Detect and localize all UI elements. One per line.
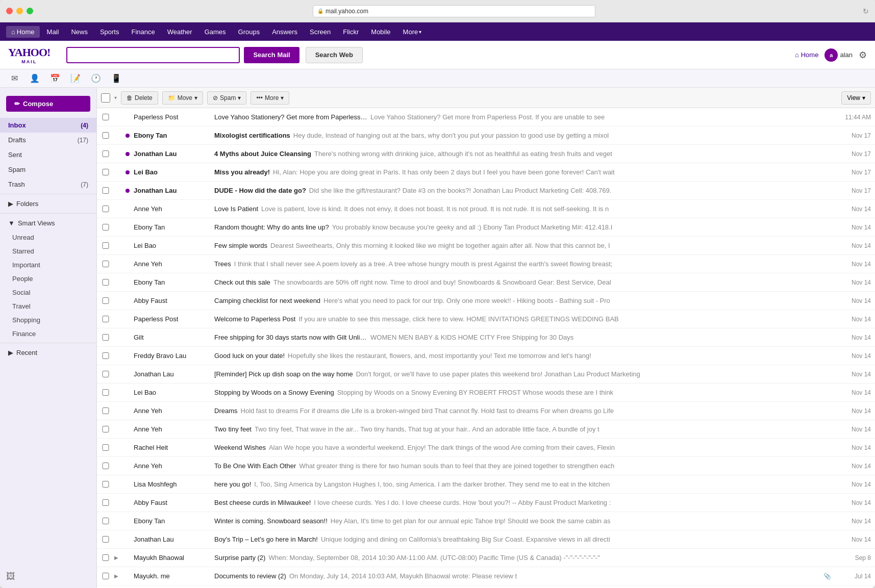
email-row[interactable]: Anne Yeh To Be One With Each Other What …	[97, 457, 875, 475]
sidebar-item-unread[interactable]: Unread	[0, 231, 96, 244]
row-checkbox[interactable]	[101, 114, 110, 120]
row-checkbox[interactable]	[101, 426, 110, 432]
row-checkbox[interactable]	[101, 407, 110, 414]
email-row[interactable]: Lei Bao Stopping by Woods on a Snowy Eve…	[97, 384, 875, 402]
sidebar-item-spam[interactable]: Spam	[0, 162, 96, 177]
nav-games[interactable]: Games	[199, 26, 231, 38]
email-row[interactable]: Jonathan Lau [Reminder] Pick up dish soa…	[97, 365, 875, 384]
mobile-icon-btn[interactable]: 📱	[110, 72, 122, 85]
maximize-button[interactable]	[27, 8, 33, 14]
nav-weather[interactable]: Weather	[162, 26, 197, 38]
contacts-icon-btn[interactable]: 👤	[29, 72, 41, 85]
email-row[interactable]: Ebony Tan Random thought: Why do ants li…	[97, 218, 875, 237]
sidebar-item-trash[interactable]: Trash (7)	[0, 177, 96, 192]
email-row[interactable]: Rachel Heit Weekend Wishes Alan We hope …	[97, 439, 875, 457]
email-row[interactable]: Ebony Tan Winter is coming. Snowboard se…	[97, 512, 875, 530]
email-row[interactable]: Lei Bao Miss you already! Hi, Alan: Hope…	[97, 163, 875, 182]
sidebar-item-shopping[interactable]: Shopping	[0, 313, 96, 327]
sidebar-item-starred[interactable]: Starred	[0, 244, 96, 258]
row-checkbox[interactable]	[101, 536, 110, 543]
calendar-icon-btn[interactable]: 📅	[49, 72, 61, 85]
compose-button[interactable]: ✏ Compose	[6, 96, 90, 112]
sidebar-recent[interactable]: ▶ Recent	[0, 345, 96, 360]
row-checkbox[interactable]	[101, 481, 110, 488]
row-checkbox[interactable]	[101, 316, 110, 322]
sidebar-folders[interactable]: ▶ Folders	[0, 196, 96, 211]
nav-news[interactable]: News	[66, 26, 93, 38]
email-row[interactable]: Anne Yeh Dreams Hold fast to dreams For …	[97, 402, 875, 420]
row-checkbox[interactable]	[101, 499, 110, 506]
email-row[interactable]: Anne Yeh Love Is Patient Love is patient…	[97, 200, 875, 218]
row-checkbox[interactable]	[101, 518, 110, 524]
sidebar-item-people[interactable]: People	[0, 272, 96, 286]
email-row[interactable]: Ebony Tan Check out this sale The snowbo…	[97, 273, 875, 292]
select-dropdown-arrow[interactable]: ▾	[114, 95, 117, 100]
sidebar-smart-views[interactable]: ▼ Smart Views	[0, 216, 96, 231]
sidebar-item-drafts[interactable]: Drafts (17)	[0, 133, 96, 147]
sidebar-item-important[interactable]: Important	[0, 258, 96, 272]
email-row[interactable]: Anne Yeh Two tiny feet Two tiny feet, Th…	[97, 420, 875, 439]
sidebar-item-sent[interactable]: Sent	[0, 147, 96, 162]
nav-sports[interactable]: Sports	[95, 26, 124, 38]
delete-button[interactable]: 🗑 Delete	[121, 91, 158, 105]
row-checkbox[interactable]	[101, 206, 110, 212]
row-checkbox[interactable]	[101, 554, 110, 561]
email-row[interactable]: Jonathan Lau Boy's Trip – Let's go here …	[97, 530, 875, 549]
email-row[interactable]: Lisa Moshfegh here you go! I, Too, Sing …	[97, 475, 875, 494]
nav-mail[interactable]: Mail	[42, 26, 64, 38]
view-button[interactable]: View ▾	[841, 91, 871, 105]
spam-button[interactable]: ⊘ Spam ▾	[207, 91, 246, 105]
clock-icon-btn[interactable]: 🕐	[90, 72, 102, 85]
email-row[interactable]: Jonathan Lau 4 Myths about Juice Cleansi…	[97, 145, 875, 163]
email-row[interactable]: Paperless Post Welcome to Paperless Post…	[97, 310, 875, 328]
email-row[interactable]: Freddy Bravo Lau Good luck on your date!…	[97, 347, 875, 365]
row-checkbox[interactable]	[101, 334, 110, 341]
row-checkbox[interactable]	[101, 132, 110, 139]
reload-button[interactable]: ↻	[863, 7, 869, 15]
nav-screen[interactable]: Screen	[305, 26, 336, 38]
url-bar[interactable]: 🔒 mail.yahoo.com	[313, 5, 595, 17]
row-checkbox[interactable]	[101, 444, 110, 451]
row-checkbox[interactable]	[101, 463, 110, 469]
sidebar-item-travel[interactable]: Travel	[0, 299, 96, 313]
row-checkbox[interactable]	[101, 150, 110, 157]
row-checkbox[interactable]	[101, 371, 110, 377]
search-mail-button[interactable]: Search Mail	[244, 47, 299, 63]
select-all-checkbox[interactable]	[101, 93, 110, 103]
sidebar-item-inbox[interactable]: Inbox (4)	[0, 118, 96, 133]
sidebar-item-finance[interactable]: Finance	[0, 327, 96, 341]
sidebar-item-social[interactable]: Social	[0, 286, 96, 299]
row-checkbox[interactable]	[101, 169, 110, 175]
minimize-button[interactable]	[16, 8, 23, 14]
email-row[interactable]: Paperless Post Love Yahoo Stationery? Ge…	[97, 108, 875, 126]
sidebar-bottom-icon[interactable]: 🖼	[6, 571, 15, 582]
nav-mobile[interactable]: Mobile	[366, 26, 395, 38]
email-row[interactable]: Ebony Tan Mixologist certifications Hey …	[97, 126, 875, 145]
nav-more[interactable]: More	[398, 26, 427, 38]
more-button[interactable]: ••• More ▾	[251, 91, 289, 105]
email-row[interactable]: Lei Bao Few simple words Dearest Sweethe…	[97, 237, 875, 255]
email-row[interactable]: Jonathan Lau DUDE - How did the date go?…	[97, 182, 875, 200]
close-button[interactable]	[6, 8, 13, 14]
move-button[interactable]: 📁 Move ▾	[162, 91, 203, 105]
email-row[interactable]: ▶ Mayukh Bhaowal Surprise party (2) When…	[97, 549, 875, 567]
settings-gear-icon[interactable]: ⚙	[859, 49, 867, 61]
row-checkbox[interactable]	[101, 242, 110, 249]
row-checkbox[interactable]	[101, 224, 110, 231]
row-checkbox[interactable]	[101, 187, 110, 194]
nav-answers[interactable]: Answers	[267, 26, 303, 38]
nav-groups[interactable]: Groups	[233, 26, 265, 38]
row-checkbox[interactable]	[101, 573, 110, 579]
row-checkbox[interactable]	[101, 297, 110, 304]
row-checkbox[interactable]	[101, 389, 110, 396]
nav-home[interactable]: ⌂ Home	[6, 26, 40, 38]
email-row[interactable]: Gilt Free shipping for 30 days starts no…	[97, 328, 875, 347]
row-checkbox[interactable]	[101, 261, 110, 267]
nav-finance[interactable]: Finance	[126, 26, 160, 38]
search-web-button[interactable]: Search Web	[306, 47, 363, 63]
nav-flickr[interactable]: Flickr	[338, 26, 364, 38]
search-input[interactable]	[66, 47, 240, 63]
email-row[interactable]: Abby Faust Camping checklist for next we…	[97, 292, 875, 310]
row-checkbox[interactable]	[101, 352, 110, 359]
mail-icon-btn[interactable]: ✉	[8, 72, 20, 85]
